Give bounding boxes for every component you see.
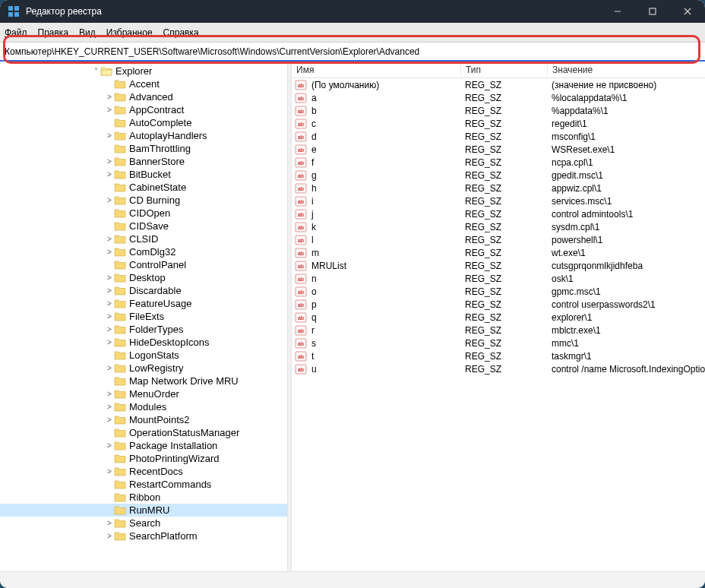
tree-item[interactable]: Map Network Drive MRU bbox=[0, 375, 287, 387]
list-row[interactable]: abdREG_SZmsconfig\1 bbox=[292, 130, 705, 143]
cell-value: (значение не присвоено) bbox=[547, 80, 705, 90]
tree-item[interactable]: >Desktop bbox=[0, 271, 287, 284]
list-row[interactable]: abnREG_SZosk\1 bbox=[292, 272, 705, 285]
list-row[interactable]: abrREG_SZmblctr.exe\1 bbox=[292, 324, 705, 337]
tree-item[interactable]: >FolderTypes bbox=[0, 323, 287, 336]
tree-item[interactable]: >Advanced bbox=[0, 90, 287, 103]
cell-type: REG_SZ bbox=[460, 222, 547, 232]
list-row[interactable]: abqREG_SZexplorer\1 bbox=[292, 311, 705, 324]
list-row[interactable]: abiREG_SZservices.msc\1 bbox=[292, 194, 705, 207]
tree-item[interactable]: >LowRegistry bbox=[0, 362, 287, 375]
tree-item-explorer[interactable]: ˅Explorer bbox=[0, 65, 287, 77]
titlebar[interactable]: Редактор реестра bbox=[0, 0, 705, 23]
tree-item[interactable]: >CD Burning bbox=[0, 194, 287, 207]
list-row[interactable]: abaREG_SZ%localappdata%\1 bbox=[292, 91, 705, 104]
maximize-button[interactable] bbox=[635, 0, 670, 23]
tree-item-label: ControlPanel bbox=[129, 259, 186, 270]
tree-item[interactable]: CIDSave bbox=[0, 220, 287, 232]
tree-item[interactable]: Accent bbox=[0, 77, 287, 90]
tree-item[interactable]: ControlPanel bbox=[0, 258, 287, 271]
tree-item[interactable]: >MenuOrder bbox=[0, 387, 287, 400]
tree-item[interactable]: Ribbon bbox=[0, 491, 287, 504]
cell-value: regedit\1 bbox=[547, 119, 705, 129]
tree-item[interactable]: CabinetState bbox=[0, 181, 287, 194]
tree-item[interactable]: PhotoPrintingWizard bbox=[0, 452, 287, 465]
list-row[interactable]: abjREG_SZcontrol admintools\1 bbox=[292, 207, 705, 220]
list-row[interactable]: absREG_SZmmc\1 bbox=[292, 337, 705, 349]
list-row[interactable]: abkREG_SZsysdm.cpl\1 bbox=[292, 220, 705, 233]
svg-text:ab: ab bbox=[298, 328, 304, 334]
list-row[interactable]: abfREG_SZncpa.cpl\1 bbox=[292, 156, 705, 169]
menu-help[interactable]: Справка bbox=[163, 27, 199, 38]
tree-item[interactable]: >Search bbox=[0, 517, 287, 530]
menu-favorites[interactable]: Избранное bbox=[106, 27, 153, 38]
cell-name: g bbox=[307, 170, 460, 181]
column-name[interactable]: Имя bbox=[292, 65, 460, 75]
tree-item-label: FeatureUsage bbox=[129, 298, 191, 309]
tree-item[interactable]: LogonStats bbox=[0, 349, 287, 362]
tree-item[interactable]: >AutoplayHandlers bbox=[0, 129, 287, 142]
tree-item[interactable]: >FeatureUsage bbox=[0, 297, 287, 310]
column-type[interactable]: Тип bbox=[460, 65, 547, 75]
tree-item[interactable]: >Package Installation bbox=[0, 439, 287, 452]
list-row[interactable]: aboREG_SZgpmc.msc\1 bbox=[292, 285, 705, 298]
tree-item[interactable]: >FileExts bbox=[0, 310, 287, 323]
tree-item[interactable]: >MountPoints2 bbox=[0, 413, 287, 426]
menu-file[interactable]: Файл bbox=[5, 27, 27, 38]
string-value-icon: ab bbox=[295, 80, 307, 90]
string-value-icon: ab bbox=[295, 93, 307, 103]
tree-item[interactable]: >RecentDocs bbox=[0, 465, 287, 478]
menu-view[interactable]: Вид bbox=[79, 27, 96, 38]
list-row[interactable]: abpREG_SZcontrol userpasswords2\1 bbox=[292, 298, 705, 311]
tree-item[interactable]: >SearchPlatform bbox=[0, 530, 287, 542]
cell-type: REG_SZ bbox=[460, 119, 547, 129]
list-row[interactable]: abhREG_SZappwiz.cpl\1 bbox=[292, 182, 705, 194]
svg-text:ab: ab bbox=[298, 186, 304, 191]
tree-item[interactable]: >Modules bbox=[0, 400, 287, 413]
tree-item[interactable]: >HideDesktopIcons bbox=[0, 336, 287, 349]
minimize-button[interactable] bbox=[600, 0, 635, 23]
svg-rect-1 bbox=[14, 6, 19, 11]
tree-item-label: BitBucket bbox=[129, 169, 171, 180]
list-row[interactable]: abbREG_SZ%appdata%\1 bbox=[292, 104, 705, 117]
close-button[interactable] bbox=[670, 0, 705, 23]
svg-text:ab: ab bbox=[298, 212, 304, 217]
list-row[interactable]: abuREG_SZcontrol /name Microsoft.Indexin… bbox=[292, 362, 705, 375]
tree-item[interactable]: >Discardable bbox=[0, 284, 287, 297]
tree-item-label: Map Network Drive MRU bbox=[129, 375, 239, 387]
tree-item[interactable]: >CLSID bbox=[0, 232, 287, 245]
list-row[interactable]: abeREG_SZWSReset.exe\1 bbox=[292, 143, 705, 156]
list-row[interactable]: abmREG_SZwt.exe\1 bbox=[292, 246, 705, 259]
folder-icon bbox=[114, 441, 126, 450]
cell-value: taskmgr\1 bbox=[547, 351, 705, 362]
list-row[interactable]: ab(По умолчанию)REG_SZ(значение не присв… bbox=[292, 78, 705, 91]
list-pane[interactable]: Имя Тип Значение ab(По умолчанию)REG_SZ(… bbox=[292, 62, 705, 571]
cell-type: REG_SZ bbox=[460, 248, 547, 258]
tree-item[interactable]: BamThrottling bbox=[0, 142, 287, 155]
tree-item[interactable]: CIDOpen bbox=[0, 207, 287, 220]
menu-edit[interactable]: Правка bbox=[38, 27, 69, 38]
tree-item[interactable]: >AppContract bbox=[0, 103, 287, 116]
cell-name: i bbox=[307, 196, 460, 207]
cell-name: f bbox=[307, 157, 460, 168]
column-value[interactable]: Значение bbox=[547, 65, 705, 75]
folder-icon bbox=[114, 131, 126, 141]
list-row[interactable]: abcREG_SZregedit\1 bbox=[292, 117, 705, 130]
list-row[interactable]: abMRUListREG_SZcutsgprqonmlkjidhfeba bbox=[292, 259, 705, 272]
tree-item[interactable]: RunMRU bbox=[0, 504, 287, 517]
list-row[interactable]: abgREG_SZgpedit.msc\1 bbox=[292, 169, 705, 182]
string-value-icon: ab bbox=[295, 131, 307, 142]
list-row[interactable]: ablREG_SZpowershell\1 bbox=[292, 233, 705, 246]
list-row[interactable]: abtREG_SZtaskmgr\1 bbox=[292, 349, 705, 362]
tree-pane[interactable]: ˅ExplorerAccent>Advanced>AppContractAuto… bbox=[0, 62, 287, 571]
tree-item[interactable]: RestartCommands bbox=[0, 478, 287, 491]
tree-item[interactable]: >BannerStore bbox=[0, 155, 287, 168]
cell-value: wt.exe\1 bbox=[547, 248, 705, 258]
tree-item[interactable]: >ComDlg32 bbox=[0, 245, 287, 258]
folder-icon bbox=[114, 324, 126, 334]
tree-item[interactable]: OperationStatusManager bbox=[0, 426, 287, 439]
address-input[interactable] bbox=[0, 43, 705, 60]
folder-icon bbox=[114, 92, 126, 102]
tree-item[interactable]: >BitBucket bbox=[0, 168, 287, 181]
tree-item[interactable]: AutoComplete bbox=[0, 116, 287, 129]
